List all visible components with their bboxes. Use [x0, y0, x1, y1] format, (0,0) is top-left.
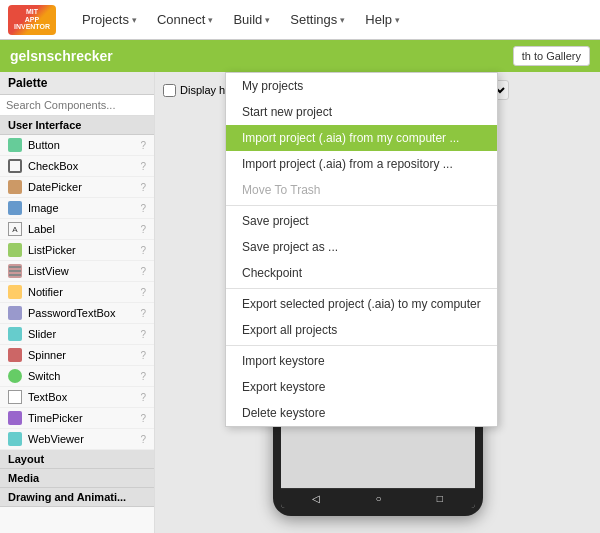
project-name: gelsnschrecker — [10, 48, 503, 64]
menu-import-repo[interactable]: Import project (.aia) from a repository … — [226, 151, 497, 177]
content-area: Display hidden components in Viewer Phon… — [155, 72, 600, 533]
menu-separator-3 — [226, 345, 497, 346]
palette-item-switch[interactable]: Switch ? — [0, 366, 154, 387]
nav-connect[interactable]: Connect ▾ — [147, 0, 223, 40]
topbar: MITAPPINVENTOR Projects ▾ Connect ▾ Buil… — [0, 0, 600, 40]
menu-my-projects[interactable]: My projects — [226, 73, 497, 99]
notifier-icon — [8, 285, 22, 299]
palette-item-webviewer[interactable]: WebViewer ? — [0, 429, 154, 450]
nav-projects[interactable]: Projects ▾ — [72, 0, 147, 40]
palette-title: Palette — [0, 72, 154, 95]
nav-build[interactable]: Build ▾ — [223, 0, 280, 40]
chevron-down-icon: ▾ — [340, 15, 345, 25]
back-nav-icon[interactable]: ◁ — [312, 493, 320, 504]
datepicker-icon — [8, 180, 22, 194]
palette-item-image[interactable]: Image ? — [0, 198, 154, 219]
menu-move-trash: Move To Trash — [226, 177, 497, 203]
menu-import-computer[interactable]: Import project (.aia) from my computer .… — [226, 125, 497, 151]
hidden-checkbox-input[interactable] — [163, 84, 176, 97]
passwordtextbox-icon — [8, 306, 22, 320]
menu-import-keystore[interactable]: Import keystore — [226, 348, 497, 374]
chevron-down-icon: ▾ — [208, 15, 213, 25]
nav-help[interactable]: Help ▾ — [355, 0, 410, 40]
textbox-icon — [8, 390, 22, 404]
main-layout: Palette User Interface Button ? CheckBox… — [0, 72, 600, 533]
switch-icon — [8, 369, 22, 383]
menu-export-selected[interactable]: Export selected project (.aia) to my com… — [226, 291, 497, 317]
palette-item-slider[interactable]: Slider ? — [0, 324, 154, 345]
chevron-down-icon: ▾ — [395, 15, 400, 25]
chevron-down-icon: ▾ — [265, 15, 270, 25]
palette-item-notifier[interactable]: Notifier ? — [0, 282, 154, 303]
palette-item-label[interactable]: A Label ? — [0, 219, 154, 240]
palette-item-button[interactable]: Button ? — [0, 135, 154, 156]
palette-item-checkbox[interactable]: CheckBox ? — [0, 156, 154, 177]
menu-new-project[interactable]: Start new project — [226, 99, 497, 125]
spinner-icon — [8, 348, 22, 362]
listpicker-icon — [8, 243, 22, 257]
menu-save-as[interactable]: Save project as ... — [226, 234, 497, 260]
menu-export-keystore[interactable]: Export keystore — [226, 374, 497, 400]
menu-delete-keystore[interactable]: Delete keystore — [226, 400, 497, 426]
nav-menu: Projects ▾ Connect ▾ Build ▾ Settings ▾ … — [72, 0, 410, 40]
nav-settings[interactable]: Settings ▾ — [280, 0, 355, 40]
menu-separator-1 — [226, 205, 497, 206]
palette-item-passwordtextbox[interactable]: PasswordTextBox ? — [0, 303, 154, 324]
phone-nav-bar: ◁ ○ □ — [281, 488, 475, 508]
palette-item-listpicker[interactable]: ListPicker ? — [0, 240, 154, 261]
app-logo: MITAPPINVENTOR — [8, 5, 56, 35]
palette-item-spinner[interactable]: Spinner ? — [0, 345, 154, 366]
palette-sidebar: Palette User Interface Button ? CheckBox… — [0, 72, 155, 533]
palette-item-timepicker[interactable]: TimePicker ? — [0, 408, 154, 429]
slider-icon — [8, 327, 22, 341]
section-layout: Layout — [0, 450, 154, 469]
home-nav-icon[interactable]: ○ — [375, 493, 381, 504]
button-icon — [8, 138, 22, 152]
section-media: Media — [0, 469, 154, 488]
chevron-down-icon: ▾ — [132, 15, 137, 25]
palette-item-textbox[interactable]: TextBox ? — [0, 387, 154, 408]
gallery-button[interactable]: th to Gallery — [513, 46, 590, 66]
search-input[interactable] — [0, 95, 154, 116]
palette-item-datepicker[interactable]: DatePicker ? — [0, 177, 154, 198]
section-user-interface: User Interface — [0, 116, 154, 135]
section-drawing: Drawing and Animati... — [0, 488, 154, 507]
webviewer-icon — [8, 432, 22, 446]
menu-export-all[interactable]: Export all projects — [226, 317, 497, 343]
projects-dropdown-menu: My projects Start new project Import pro… — [225, 72, 498, 427]
recent-nav-icon[interactable]: □ — [437, 493, 443, 504]
menu-checkpoint[interactable]: Checkpoint — [226, 260, 497, 286]
menu-separator-2 — [226, 288, 497, 289]
listview-icon — [8, 264, 22, 278]
logo-area: MITAPPINVENTOR — [8, 5, 56, 35]
menu-save-project[interactable]: Save project — [226, 208, 497, 234]
image-icon — [8, 201, 22, 215]
label-icon: A — [8, 222, 22, 236]
secondbar: gelsnschrecker th to Gallery — [0, 40, 600, 72]
palette-item-listview[interactable]: ListView ? — [0, 261, 154, 282]
checkbox-icon — [8, 159, 22, 173]
timepicker-icon — [8, 411, 22, 425]
